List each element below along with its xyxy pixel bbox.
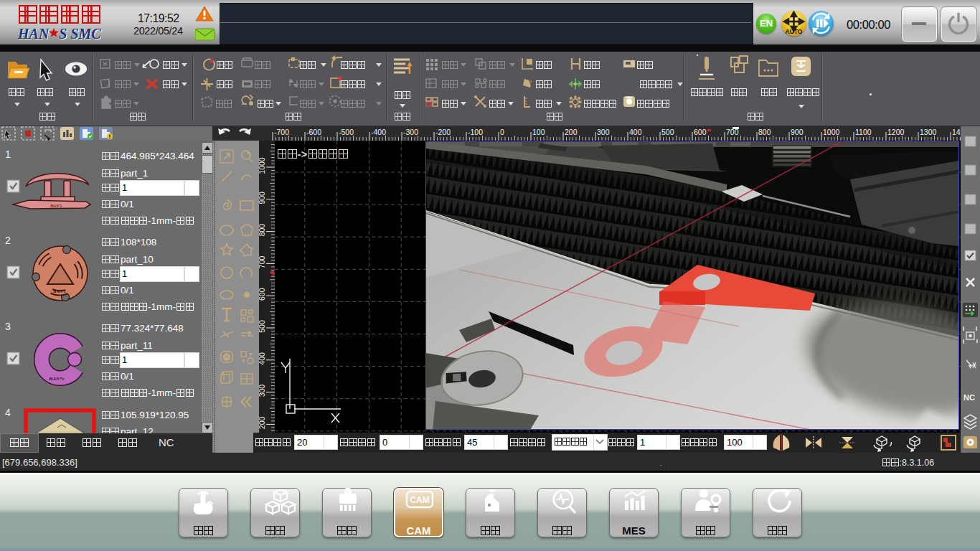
svg-text:200: 200	[565, 128, 578, 136]
svg-text:1200: 1200	[887, 128, 905, 136]
svg-text:1100: 1100	[855, 128, 872, 136]
svg-text:AUTO: AUTO	[786, 28, 803, 35]
svg-text:HAN'S: HAN'S	[50, 204, 62, 208]
svg-text:1000: 1000	[259, 157, 266, 174]
svg-text:900: 900	[791, 128, 804, 136]
svg-text:600: 600	[259, 288, 266, 301]
svg-text:600: 600	[694, 128, 707, 136]
svg-text:100: 100	[532, 128, 545, 136]
svg-text:-100: -100	[468, 128, 483, 136]
svg-text:500: 500	[661, 128, 674, 136]
svg-text:-700: -700	[274, 128, 289, 136]
svg-text:400: 400	[629, 128, 642, 136]
svg-text:HAN's: HAN's	[52, 289, 66, 293]
svg-text:HAN*s: HAN*s	[48, 376, 65, 382]
svg-text:CAM: CAM	[410, 495, 429, 505]
svg-text:-500: -500	[339, 128, 354, 136]
svg-text:700: 700	[259, 255, 266, 268]
svg-text:900: 900	[259, 192, 266, 204]
svg-text:1000: 1000	[823, 128, 840, 136]
svg-text:200: 200	[259, 416, 266, 429]
svg-text:1300: 1300	[920, 128, 937, 136]
svg-text:300: 300	[259, 385, 266, 397]
svg-text:0: 0	[500, 128, 504, 136]
svg-text:-200: -200	[435, 128, 451, 136]
svg-text:-400: -400	[371, 128, 386, 136]
svg-text:400: 400	[259, 352, 266, 365]
svg-text:-600: -600	[306, 128, 321, 136]
svg-text:500: 500	[259, 320, 266, 333]
svg-text:800: 800	[259, 224, 266, 237]
svg-text:NC: NC	[963, 393, 975, 402]
svg-text:300: 300	[597, 128, 610, 136]
svg-text:-300: -300	[403, 128, 418, 136]
svg-text:800: 800	[758, 128, 771, 136]
